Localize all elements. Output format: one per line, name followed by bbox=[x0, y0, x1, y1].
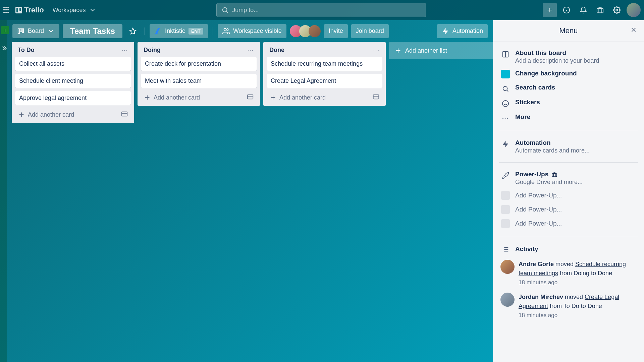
create-button[interactable] bbox=[543, 3, 557, 17]
automation-button[interactable]: Automation bbox=[437, 24, 488, 38]
activity-item: Jordan Mirchev moved Create Legal Agreem… bbox=[499, 289, 638, 322]
star-icon bbox=[129, 27, 137, 35]
list-title[interactable]: Done bbox=[269, 47, 284, 54]
menu-change-background[interactable]: Change background bbox=[499, 67, 638, 81]
close-menu-button[interactable] bbox=[630, 26, 637, 36]
menu-about-board[interactable]: About this board Add a description to yo… bbox=[499, 47, 638, 67]
expand-sidebar-button[interactable] bbox=[1, 44, 9, 52]
svg-rect-17 bbox=[122, 112, 127, 116]
member-stack[interactable] bbox=[290, 25, 321, 37]
powerup-placeholder-icon bbox=[501, 219, 510, 228]
powerup-label: Add Power-Up... bbox=[515, 192, 562, 199]
notifications-button[interactable] bbox=[576, 3, 590, 17]
svg-point-8 bbox=[616, 9, 618, 11]
search-input[interactable] bbox=[232, 7, 421, 14]
atlassian-icon bbox=[154, 27, 162, 35]
briefcase-icon bbox=[596, 6, 604, 14]
menu-item-title: Change background bbox=[515, 70, 577, 77]
card[interactable]: Schedule client meeting bbox=[15, 74, 131, 88]
plus-icon bbox=[546, 6, 553, 14]
template-button[interactable] bbox=[247, 93, 254, 102]
svg-marker-14 bbox=[443, 28, 448, 34]
menu-item-title: Power-Ups bbox=[515, 171, 636, 178]
divider bbox=[499, 162, 638, 163]
list-menu-button[interactable]: ··· bbox=[122, 47, 128, 53]
view-switcher[interactable]: Board bbox=[12, 24, 59, 38]
menu-search-cards[interactable]: Search cards bbox=[499, 81, 638, 96]
invite-label: Invite bbox=[329, 27, 343, 35]
add-list-button[interactable]: Add another list bbox=[389, 42, 493, 59]
menu-powerups[interactable]: Power-Ups Google Drive and more... bbox=[499, 168, 638, 188]
view-label: Board bbox=[28, 27, 44, 35]
board-title-chip[interactable]: Team Tasks bbox=[63, 24, 122, 38]
svg-marker-12 bbox=[130, 28, 136, 34]
card[interactable]: Schedule recurring team meetings bbox=[267, 57, 382, 71]
apps-switcher-icon[interactable] bbox=[3, 7, 10, 13]
menu-item-title: Search cards bbox=[515, 84, 555, 91]
svg-rect-39 bbox=[552, 174, 556, 177]
menu-stickers[interactable]: Stickers bbox=[499, 96, 638, 111]
add-powerup-slot[interactable]: Add Power-Up... bbox=[499, 217, 638, 231]
add-card-button[interactable]: Add another card bbox=[144, 94, 200, 101]
card[interactable]: Create Legal Agreement bbox=[267, 74, 382, 88]
plus-icon bbox=[144, 94, 151, 101]
template-button[interactable] bbox=[121, 110, 128, 119]
card[interactable]: Approve legal agreement bbox=[15, 91, 131, 105]
add-card-button[interactable]: Add another card bbox=[18, 111, 74, 118]
search-bar[interactable] bbox=[216, 3, 426, 17]
info-button[interactable] bbox=[559, 3, 574, 17]
divider bbox=[499, 131, 638, 131]
menu-item-sub: Add a description to your board bbox=[515, 57, 636, 64]
workspaces-dropdown[interactable]: Workspaces bbox=[49, 4, 100, 16]
list: Done ··· Schedule recurring team meeting… bbox=[263, 42, 386, 106]
member-avatar[interactable] bbox=[309, 25, 321, 37]
card[interactable]: Meet with sales team bbox=[141, 74, 257, 88]
visibility-chip[interactable]: Workspace visible bbox=[218, 24, 286, 38]
svg-marker-38 bbox=[503, 141, 508, 147]
menu-item-title: Automation bbox=[515, 139, 636, 146]
activity-avatar[interactable] bbox=[500, 260, 515, 274]
add-powerup-slot[interactable]: Add Power-Up... bbox=[499, 202, 638, 217]
list-menu-button[interactable]: ··· bbox=[373, 47, 380, 53]
invite-button[interactable]: Invite bbox=[324, 24, 348, 38]
svg-rect-21 bbox=[248, 95, 253, 99]
menu-more[interactable]: ··· More bbox=[499, 111, 638, 125]
card[interactable]: Create deck for presentation bbox=[141, 57, 257, 71]
sticker-icon bbox=[501, 99, 510, 108]
divider bbox=[145, 27, 145, 35]
add-powerup-slot[interactable]: Add Power-Up... bbox=[499, 188, 638, 202]
workspace-badge[interactable]: I bbox=[1, 26, 9, 34]
add-card-button[interactable]: Add another card bbox=[269, 94, 326, 101]
activity-avatar[interactable] bbox=[500, 293, 515, 307]
list-title[interactable]: To Do bbox=[18, 47, 35, 54]
visibility-label: Workspace visible bbox=[233, 27, 282, 35]
boards-button[interactable] bbox=[593, 3, 607, 17]
menu-automation[interactable]: Automation Automate cards and more... bbox=[499, 136, 638, 157]
board-view-icon bbox=[17, 27, 24, 35]
user-avatar[interactable] bbox=[627, 3, 641, 17]
star-button[interactable] bbox=[126, 24, 140, 38]
topbar-left: Trello Workspaces bbox=[3, 4, 100, 16]
logo[interactable]: Trello bbox=[15, 6, 44, 14]
list: To Do ··· Collect all assets Schedule cl… bbox=[12, 42, 134, 123]
settings-button[interactable] bbox=[610, 3, 624, 17]
add-card-label: Add another card bbox=[279, 94, 326, 101]
menu-header: Menu bbox=[493, 20, 644, 42]
org-chip[interactable]: Inktistic ENT bbox=[150, 24, 208, 38]
org-name: Inktistic bbox=[165, 27, 185, 35]
automation-label: Automation bbox=[452, 27, 483, 35]
template-icon bbox=[121, 110, 128, 118]
card[interactable]: Collect all assets bbox=[15, 57, 131, 71]
add-card-label: Add another card bbox=[28, 111, 74, 118]
sidebar-collapsed: I bbox=[0, 20, 7, 362]
menu-item-sub: Google Drive and more... bbox=[515, 179, 636, 186]
join-board-button[interactable]: Join board bbox=[351, 24, 389, 38]
template-button[interactable] bbox=[372, 93, 380, 102]
list-menu-button[interactable]: ··· bbox=[248, 47, 254, 53]
plus-icon bbox=[18, 111, 25, 118]
list-title[interactable]: Doing bbox=[144, 47, 161, 54]
search-icon bbox=[221, 6, 229, 14]
info-icon bbox=[563, 6, 570, 14]
board-title: Team Tasks bbox=[67, 26, 118, 36]
gear-icon bbox=[613, 6, 621, 14]
